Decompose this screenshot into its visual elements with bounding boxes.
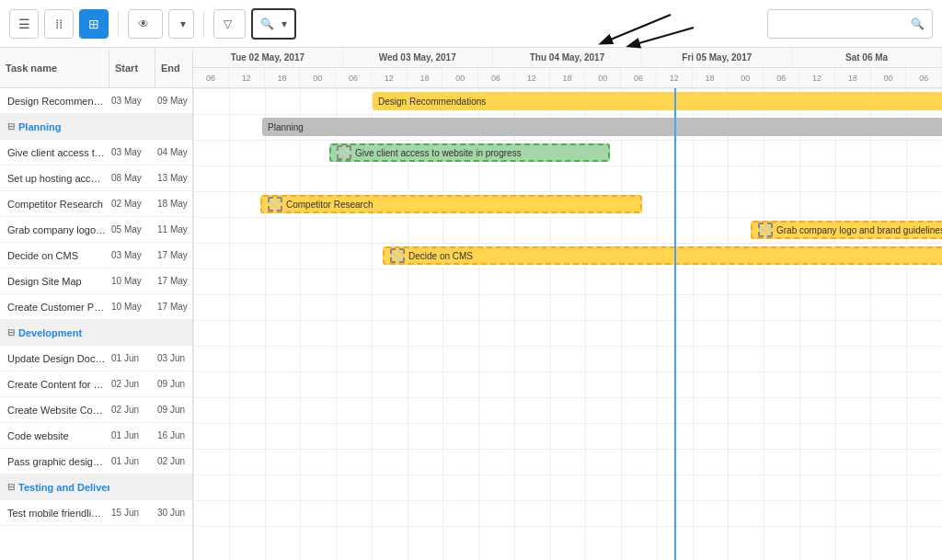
gantt-col-line (300, 88, 301, 560)
divider2 (203, 11, 204, 37)
task-row[interactable]: Test mobile friendliness15 Jun30 Jun (0, 500, 192, 526)
gantt-bar[interactable]: Planning (262, 118, 942, 136)
gantt-dates: Tue 02 May, 2017Wed 03 May, 2017Thu 04 M… (193, 48, 942, 68)
gantt-col-line (265, 88, 266, 560)
task-row[interactable]: Pass graphic design to c01 Jun02 Jun (0, 449, 192, 474)
task-row-start: 01 Jun (109, 456, 155, 466)
expand-icon[interactable]: ⊟ (7, 121, 15, 131)
gantt-bar[interactable]: Design Recommendations (373, 92, 942, 110)
gantt-row-line (193, 397, 942, 398)
end-col-header: End (155, 48, 192, 87)
task-row[interactable]: ⊟ Testing and Delivery (0, 474, 192, 500)
task-row[interactable]: ⊟ Planning (0, 114, 192, 140)
gantt-hour-cell: 18 (693, 68, 729, 88)
task-row-end: 30 Jun (155, 508, 192, 518)
gantt-col-line (657, 88, 658, 560)
filter-icon: ▽ (224, 17, 232, 30)
task-row-start: 02 May (109, 199, 155, 209)
gantt-bar-icon (268, 197, 282, 211)
gantt-hour-cell: 12 (657, 68, 693, 88)
task-row[interactable]: Design Recommendatio03 May09 May (0, 88, 192, 114)
gantt-col-line (193, 88, 194, 560)
task-col-header: Task name (0, 48, 109, 87)
task-row-start: 05 May (109, 224, 155, 234)
task-row-end: 04 May (155, 147, 192, 157)
task-row-start: 15 Jun (109, 508, 155, 518)
gantt-hour-cell: 06 (764, 68, 799, 88)
gantt-row-line (193, 423, 942, 424)
day-select[interactable]: 🔍 ▾ (251, 8, 296, 40)
gantt-row-line (193, 474, 942, 475)
gantt-bar-icon (337, 145, 351, 160)
gantt-col-line (870, 88, 871, 560)
gantt-bar-icon (390, 248, 405, 263)
gantt-col-line (835, 88, 836, 560)
task-row[interactable]: Create Content for site02 Jun09 Jun (0, 371, 192, 397)
task-row[interactable]: ⊟ Development (0, 320, 192, 346)
task-row[interactable]: Decide on CMS03 May17 May (0, 243, 192, 269)
chevron-down-icon2: ▾ (281, 17, 287, 30)
task-row-name: Code website (0, 430, 109, 441)
task-row-start: 01 Jun (109, 353, 155, 363)
gantt-body: Design RecommendationsPlanningGive clien… (193, 88, 942, 560)
gantt-bar-label: Decide on CMS (408, 251, 473, 261)
task-rows: Design Recommendatio03 May09 May⊟ Planni… (0, 88, 192, 560)
gantt-hour-cell: 00 (300, 68, 336, 88)
gantt-hour-cell: 00 (585, 68, 621, 88)
task-row-end: 02 Jun (155, 456, 192, 466)
gantt-date-cell: Sat 06 Ma (792, 48, 942, 67)
task-row[interactable]: Design Site Map10 May17 May (0, 269, 192, 294)
expand-icon[interactable]: ⊟ (7, 327, 15, 337)
task-row-end: 09 May (155, 96, 192, 106)
search-box[interactable]: 🔍 (767, 9, 933, 39)
task-row-start: 03 May (109, 250, 155, 260)
task-row-start: 01 Jun (109, 430, 155, 440)
filter-button[interactable]: ▽ (213, 9, 246, 39)
gantt-bar-label: Design Recommendations (378, 97, 486, 107)
gantt-date-cell: Fri 05 May, 2017 (642, 48, 792, 67)
task-row-name: ⊟ Testing and Delivery (0, 482, 109, 493)
gantt-panel: Tue 02 May, 2017Wed 03 May, 2017Thu 04 M… (193, 48, 942, 560)
task-panel: Task name Start End Design Recommendatio… (0, 48, 193, 560)
task-row-end: 17 May (155, 250, 192, 260)
gantt-hour-cell: 12 (514, 68, 550, 88)
task-row-name: Design Site Map (0, 276, 109, 287)
search-input[interactable] (775, 17, 907, 30)
gantt-bar[interactable]: Decide on CMS (383, 246, 942, 265)
task-row[interactable]: Create Website Content02 Jun09 Jun (0, 397, 192, 423)
gantt-row-line (193, 346, 942, 347)
grid-button[interactable]: ⊞ (79, 9, 109, 39)
gantt-hour-cell: 06 (906, 68, 942, 88)
task-row[interactable]: Give client access to we03 May04 May (0, 140, 192, 166)
gantt-hour-cell: 18 (265, 68, 301, 88)
gantt-hour-cell: 06 (193, 68, 229, 88)
task-row[interactable]: Create Customer Perso10 May17 May (0, 294, 192, 320)
expand-icon[interactable]: ⊟ (7, 482, 15, 492)
section-select[interactable]: ▾ (168, 9, 194, 39)
gantt-hour-cell: 06 (621, 68, 657, 88)
task-row[interactable]: Update Design Docume01 Jun03 Jun (0, 346, 192, 371)
task-row-start: 02 Jun (109, 379, 155, 389)
task-row[interactable]: Code website01 Jun16 Jun (0, 423, 192, 449)
task-row[interactable]: Set up hosting account08 May13 May (0, 166, 192, 191)
task-row-name: ⊟ Development (0, 327, 109, 338)
gantt-row-line (193, 371, 942, 372)
gantt-bar-label: Planning (268, 122, 304, 132)
task-row-name: Grab company logo and (0, 224, 109, 235)
task-row[interactable]: Grab company logo and05 May11 May (0, 217, 192, 243)
toolbar: ☰ ⁞⁞ ⊞ 👁 ▾ ▽ 🔍 ▾ (0, 0, 942, 48)
gantt-bar-label: Competitor Research (286, 200, 373, 210)
hamburger-button[interactable]: ☰ (9, 9, 39, 39)
gantt-bar[interactable]: Grab company logo and brand guidelines (751, 221, 942, 239)
view-button[interactable]: 👁 (128, 9, 163, 39)
gantt-row-line (193, 449, 942, 450)
task-row-name: Decide on CMS (0, 250, 109, 261)
gantt-hour-cell: 18 (408, 68, 443, 88)
bars-button[interactable]: ⁞⁞ (44, 9, 74, 39)
gantt-row-line (193, 166, 942, 166)
task-row[interactable]: Competitor Research02 May18 May (0, 191, 192, 217)
gantt-bar[interactable]: Give client access to website in progres… (329, 143, 610, 162)
eye-icon: 👁 (138, 17, 149, 30)
gantt-bar[interactable]: Competitor Research (260, 195, 642, 213)
task-row-end: 11 May (155, 224, 192, 234)
